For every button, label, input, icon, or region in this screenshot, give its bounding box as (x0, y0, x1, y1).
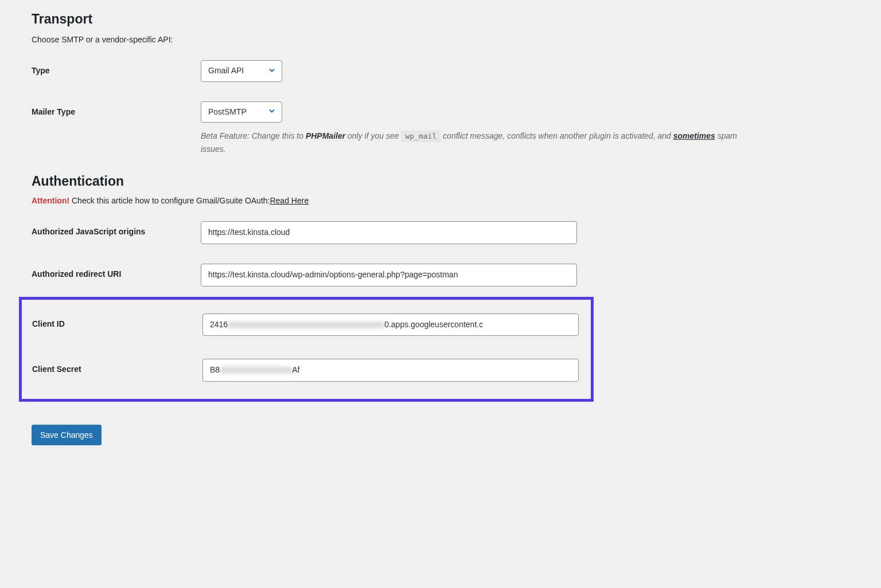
read-here-link[interactable]: Read Here (270, 196, 309, 205)
type-row: Type Gmail API (32, 60, 849, 82)
js-origins-row: Authorized JavaScript origins (32, 221, 849, 244)
attention-label: Attention! (32, 196, 69, 205)
attention-notice: Attention! Check this article how to con… (32, 196, 849, 205)
mailer-type-row: Mailer Type PostSMTP Beta Feature: Chang… (32, 101, 849, 156)
credentials-highlight-box: Client ID 2416xxxxxxxxxxxxxxxxxxxxxxxxxx… (19, 297, 594, 402)
mailer-type-select[interactable]: PostSMTP (201, 101, 282, 123)
type-label: Type (32, 60, 201, 75)
mailer-type-label: Mailer Type (32, 101, 201, 116)
client-id-input[interactable]: 2416xxxxxxxxxxxxxxxxxxxxxxxxxxxxxxxxxxxx… (202, 313, 579, 336)
client-secret-label: Client Secret (31, 359, 202, 374)
mailer-type-description: Beta Feature: Change this to PHPMailer o… (201, 130, 740, 155)
transport-heading: Transport (32, 11, 849, 27)
redirect-uri-row: Authorized redirect URI (32, 264, 849, 287)
transport-description: Choose SMTP or a vendor-specific API: (32, 35, 849, 44)
redirect-uri-input[interactable] (201, 264, 577, 287)
js-origins-label: Authorized JavaScript origins (32, 221, 201, 236)
js-origins-input[interactable] (201, 221, 577, 244)
save-changes-button[interactable]: Save Changes (32, 425, 102, 445)
client-secret-input[interactable]: B8xxxxxxxxxxxxxxxxxxAf (202, 359, 579, 382)
redirect-uri-label: Authorized redirect URI (32, 264, 201, 279)
type-select[interactable]: Gmail API (201, 60, 282, 82)
client-secret-row: Client Secret B8xxxxxxxxxxxxxxxxxxAf (31, 359, 582, 382)
client-id-label: Client ID (31, 313, 202, 328)
client-id-row: Client ID 2416xxxxxxxxxxxxxxxxxxxxxxxxxx… (31, 313, 582, 336)
authentication-heading: Authentication (32, 174, 849, 189)
